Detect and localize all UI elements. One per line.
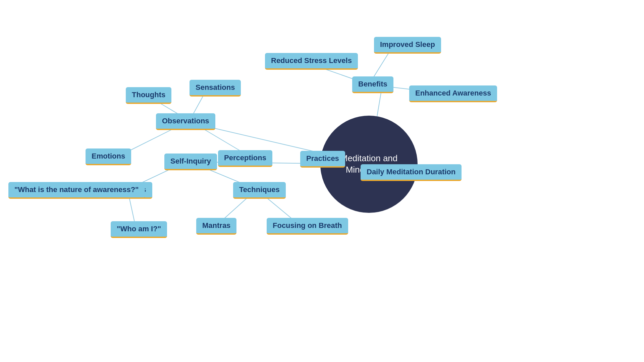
- node-emotions: Emotions: [86, 148, 131, 165]
- node-thoughts: Thoughts: [126, 87, 171, 104]
- node-practices: Practices: [300, 151, 345, 168]
- node-daily-meditation: Daily Meditation Duration: [361, 164, 462, 181]
- node-what-awareness: "What is the nature of awareness?": [8, 182, 145, 199]
- node-perceptions: Perceptions: [218, 150, 272, 167]
- node-enhanced-awareness: Enhanced Awareness: [409, 85, 497, 102]
- node-observations: Observations: [156, 113, 215, 130]
- node-techniques: Techniques: [233, 182, 286, 199]
- node-who-am-i: "Who am I?": [111, 221, 167, 238]
- node-improved-sleep: Improved Sleep: [374, 37, 441, 54]
- node-focusing-breath: Focusing on Breath: [267, 218, 348, 235]
- node-self-inquiry: Self-Inquiry: [164, 154, 217, 170]
- node-sensations: Sensations: [190, 80, 241, 97]
- node-benefits: Benefits: [352, 76, 393, 93]
- node-reduced-stress: Reduced Stress Levels: [265, 53, 358, 70]
- node-mantras: Mantras: [196, 218, 236, 235]
